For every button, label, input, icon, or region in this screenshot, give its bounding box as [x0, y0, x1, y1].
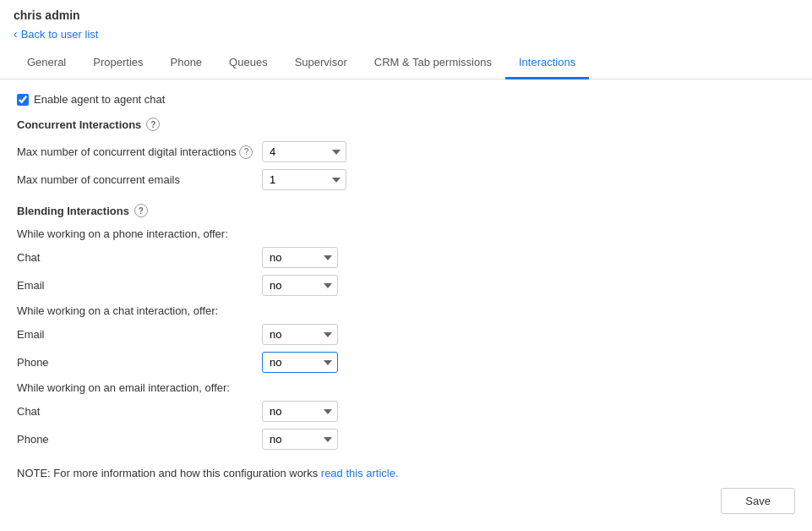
tab-supervisor[interactable]: Supervisor [281, 47, 361, 79]
read-article-link[interactable]: read this article. [321, 467, 399, 479]
email-group-label: While working on an email interaction, o… [17, 381, 795, 394]
phone-chat-row: Chat no yes [17, 247, 795, 268]
save-area: Save [721, 488, 795, 514]
back-chevron-icon: ‹ [14, 27, 18, 41]
tab-queues[interactable]: Queues [215, 47, 281, 79]
phone-email-select[interactable]: no yes [262, 275, 338, 296]
blending-interactions-help-icon[interactable]: ? [134, 204, 148, 217]
phone-chat-label: Chat [17, 251, 262, 264]
back-link-label: Back to user list [21, 28, 99, 41]
max-digital-select[interactable]: 1 2 3 4 5 6 7 8 [262, 141, 346, 162]
save-button[interactable]: Save [721, 488, 795, 514]
enable-agent-chat-checkbox[interactable] [17, 94, 29, 106]
tab-crm-tab-permissions[interactable]: CRM & Tab permissions [361, 47, 505, 79]
concurrent-interactions-title: Concurrent Interactions [17, 118, 141, 131]
chat-phone-select[interactable]: no yes [262, 352, 338, 373]
concurrent-interactions-section-title: Concurrent Interactions ? [17, 118, 795, 131]
email-chat-select[interactable]: no yes [262, 401, 338, 422]
max-digital-row: Max number of concurrent digital interac… [17, 141, 795, 162]
email-phone-select[interactable]: no yes [262, 429, 338, 450]
email-chat-row: Chat no yes [17, 401, 795, 422]
chat-email-select[interactable]: no yes [262, 324, 338, 345]
main-content: Enable agent to agent chat Concurrent In… [0, 79, 812, 493]
phone-chat-select[interactable]: no yes [262, 247, 338, 268]
back-to-user-link[interactable]: ‹ Back to user list [14, 27, 98, 41]
tab-general[interactable]: General [14, 47, 79, 79]
note-prefix: NOTE: For more information and how this … [17, 467, 321, 479]
chat-group-label: While working on a chat interaction, off… [17, 304, 795, 317]
phone-interaction-group: While working on a phone interaction, of… [17, 227, 795, 296]
max-email-row: Max number of concurrent emails 1 2 3 4 … [17, 169, 795, 190]
enable-agent-chat-row: Enable agent to agent chat [17, 93, 795, 106]
phone-email-label: Email [17, 279, 262, 292]
chat-email-label: Email [17, 328, 262, 341]
concurrent-interactions-help-icon[interactable]: ? [146, 118, 160, 131]
tabs-bar: General Properties Phone Queues Supervis… [0, 47, 812, 79]
tab-properties[interactable]: Properties [79, 47, 156, 79]
chat-phone-label: Phone [17, 356, 262, 369]
max-digital-label: Max number of concurrent digital interac… [17, 145, 262, 159]
chat-phone-row: Phone no yes [17, 352, 795, 373]
email-chat-label: Chat [17, 405, 262, 418]
max-digital-help-icon[interactable]: ? [239, 145, 253, 159]
chat-email-row: Email no yes [17, 324, 795, 345]
email-phone-label: Phone [17, 433, 262, 446]
tab-interactions[interactable]: Interactions [505, 47, 589, 79]
max-email-select[interactable]: 1 2 3 4 5 [262, 169, 346, 190]
note-row: NOTE: For more information and how this … [17, 467, 795, 479]
max-email-label: Max number of concurrent emails [17, 173, 262, 186]
chat-interaction-group: While working on a chat interaction, off… [17, 304, 795, 373]
blending-interactions-section-title: Blending Interactions ? [17, 204, 795, 217]
user-name: chris admin [14, 8, 798, 22]
email-phone-row: Phone no yes [17, 429, 795, 450]
tab-phone[interactable]: Phone [157, 47, 216, 79]
phone-group-label: While working on a phone interaction, of… [17, 227, 795, 240]
enable-agent-chat-label: Enable agent to agent chat [34, 93, 165, 106]
email-interaction-group: While working on an email interaction, o… [17, 381, 795, 450]
blending-interactions-title: Blending Interactions [17, 205, 129, 217]
phone-email-row: Email no yes [17, 275, 795, 296]
